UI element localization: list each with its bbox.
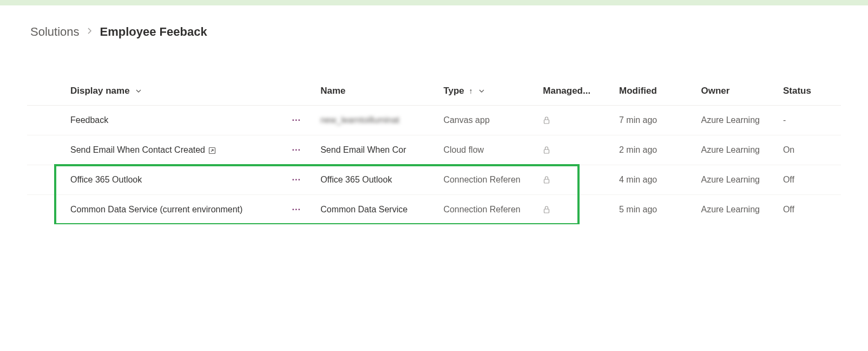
cell-type: Canvas app	[437, 106, 536, 135]
cell-managed	[536, 165, 613, 195]
cell-managed	[536, 106, 613, 135]
lock-icon	[543, 205, 608, 214]
display-name-text: Send Email When Contact Created	[70, 145, 205, 154]
cell-status: Off	[777, 165, 841, 195]
table-row[interactable]: Send Email When Contact Created···Send E…	[27, 135, 841, 165]
solution-items-table-wrap: Display name Name Type ↑ Ma	[0, 50, 868, 224]
cell-managed	[536, 135, 613, 165]
lock-icon	[543, 176, 608, 184]
column-header-label: Display name	[70, 86, 130, 96]
column-header-managed[interactable]: Managed...	[536, 77, 613, 106]
cell-status: -	[777, 106, 841, 135]
cell-owner: Azure Learning	[694, 135, 776, 165]
column-header-label: Modified	[619, 86, 657, 96]
cell-type: Connection Referen	[437, 165, 536, 195]
cell-actions: ···	[279, 195, 314, 225]
cell-owner: Azure Learning	[694, 165, 776, 195]
cell-display-name[interactable]: Common Data Service (current environment…	[27, 195, 279, 225]
table-row[interactable]: Feedback···new_learntoilluminatCanvas ap…	[27, 106, 841, 135]
cell-modified: 2 min ago	[613, 135, 694, 165]
chevron-down-icon	[135, 88, 142, 95]
cell-display-name[interactable]: Send Email When Contact Created	[27, 135, 279, 165]
column-header-display-name[interactable]: Display name	[27, 77, 279, 106]
svg-rect-4	[544, 209, 549, 213]
breadcrumb-current: Employee Feeback	[100, 25, 207, 39]
table-row[interactable]: Common Data Service (current environment…	[27, 195, 841, 225]
lock-icon	[543, 146, 608, 154]
cell-status: On	[777, 135, 841, 165]
svg-rect-0	[544, 120, 549, 123]
cell-modified: 5 min ago	[613, 195, 694, 225]
column-header-label: Managed...	[543, 86, 590, 96]
top-accent-bar	[0, 0, 868, 5]
svg-rect-2	[544, 150, 549, 153]
column-header-owner[interactable]: Owner	[694, 77, 776, 106]
column-header-type[interactable]: Type ↑	[437, 77, 536, 106]
cell-modified: 4 min ago	[613, 165, 694, 195]
cell-type: Connection Referen	[437, 195, 536, 225]
cell-status: Off	[777, 195, 841, 225]
solution-items-table: Display name Name Type ↑ Ma	[27, 77, 841, 224]
cell-display-name[interactable]: Office 365 Outlook	[27, 165, 279, 195]
cell-display-name[interactable]: Feedback	[27, 106, 279, 135]
column-header-label: Status	[783, 86, 811, 96]
column-header-label: Name	[320, 86, 345, 96]
column-header-name[interactable]: Name	[314, 77, 437, 106]
name-text: new_learntoilluminat	[320, 115, 399, 125]
more-actions-icon[interactable]: ···	[292, 175, 301, 185]
open-in-new-icon[interactable]	[208, 147, 216, 154]
name-text: Common Data Service	[320, 205, 407, 214]
table-row[interactable]: Office 365 Outlook···Office 365 OutlookC…	[27, 165, 841, 195]
breadcrumb: Solutions Employee Feeback	[0, 5, 868, 50]
cell-managed	[536, 195, 613, 225]
cell-actions: ···	[279, 106, 314, 135]
cell-owner: Azure Learning	[694, 195, 776, 225]
lock-icon	[543, 116, 608, 125]
cell-actions: ···	[279, 165, 314, 195]
sort-asc-icon: ↑	[469, 87, 473, 95]
cell-name: new_learntoilluminat	[314, 106, 437, 135]
chevron-down-icon	[478, 88, 485, 95]
column-header-actions	[279, 77, 314, 106]
column-header-label: Type	[443, 86, 464, 96]
name-text: Send Email When Cor	[320, 145, 406, 154]
more-actions-icon[interactable]: ···	[292, 115, 301, 125]
column-header-label: Owner	[701, 86, 729, 96]
more-actions-icon[interactable]: ···	[292, 145, 301, 155]
cell-name: Send Email When Cor	[314, 135, 437, 165]
column-header-status[interactable]: Status	[777, 77, 841, 106]
column-header-modified[interactable]: Modified	[613, 77, 694, 106]
cell-name: Office 365 Outlook	[314, 165, 437, 195]
table-header-row: Display name Name Type ↑ Ma	[27, 77, 841, 106]
cell-name: Common Data Service	[314, 195, 437, 225]
display-name-text: Common Data Service (current environment…	[70, 205, 242, 214]
cell-actions: ···	[279, 135, 314, 165]
display-name-text: Feedback	[70, 115, 108, 125]
cell-modified: 7 min ago	[613, 106, 694, 135]
cell-type: Cloud flow	[437, 135, 536, 165]
breadcrumb-root[interactable]: Solutions	[30, 25, 80, 39]
display-name-text: Office 365 Outlook	[70, 175, 142, 184]
name-text: Office 365 Outlook	[320, 175, 392, 184]
more-actions-icon[interactable]: ···	[292, 205, 301, 214]
cell-owner: Azure Learning	[694, 106, 776, 135]
chevron-right-icon	[87, 27, 93, 37]
svg-rect-3	[544, 179, 549, 183]
